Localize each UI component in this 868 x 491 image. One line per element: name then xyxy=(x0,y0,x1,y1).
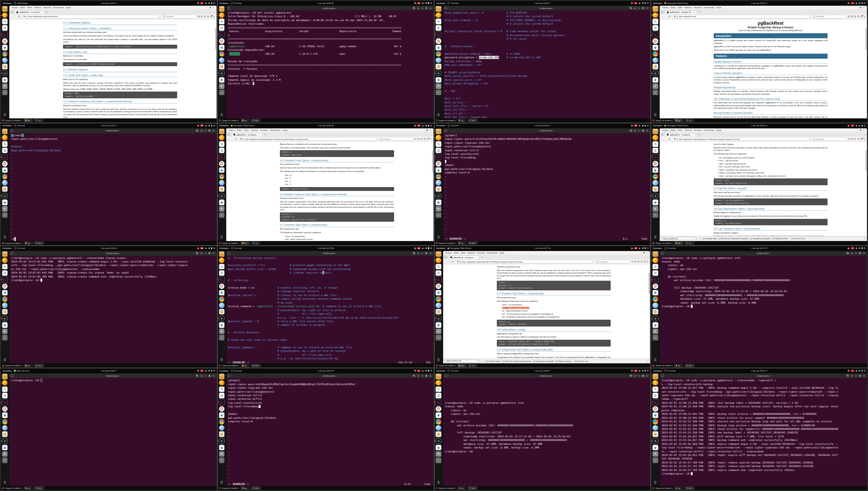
text-editor-icon[interactable]: ✎ xyxy=(2,264,8,270)
network-icon[interactable] xyxy=(205,247,207,249)
clock-label[interactable]: 1 de mar 14:50 xyxy=(101,370,117,372)
menu-item[interactable]: Arquivo xyxy=(662,129,669,131)
minimize-button[interactable]: – xyxy=(637,129,641,132)
screencast-icon[interactable] xyxy=(197,370,199,372)
microphone-icon[interactable] xyxy=(862,2,863,4)
close-button[interactable]: × xyxy=(862,252,865,255)
settings-icon[interactable]: ✱ xyxy=(653,83,658,89)
firefox-icon[interactable] xyxy=(436,257,441,263)
maximize-button[interactable] xyxy=(425,252,428,255)
find-next-button[interactable]: ∨ xyxy=(699,237,701,240)
activities-button[interactable]: Atividades xyxy=(653,2,662,4)
maximize-button[interactable] xyxy=(643,252,645,254)
forward-button[interactable]: → xyxy=(665,138,667,140)
doc-section-link[interactable]: 4.7 Compress Type Option (--compress-typ… xyxy=(497,292,611,295)
doc-section-link[interactable]: 4.9 Config Include Path Option (--config… xyxy=(497,348,611,352)
menu-icon[interactable]: ≡ xyxy=(634,374,637,377)
taskbar-window-button[interactable]: roo... xyxy=(34,364,44,367)
files-icon[interactable] xyxy=(653,374,658,379)
doc-section-link[interactable]: Local or Remote Operation xyxy=(714,72,828,75)
new-tab-icon[interactable] xyxy=(661,374,664,377)
volume-icon[interactable] xyxy=(425,370,427,372)
camera-icon[interactable]: ● xyxy=(2,90,8,95)
libreoffice-icon[interactable]: ≣ xyxy=(436,25,441,31)
close-button[interactable]: × xyxy=(862,374,865,377)
minimize-button[interactable]: – xyxy=(207,6,208,9)
gnome-web-icon[interactable] xyxy=(436,180,441,186)
opera-icon[interactable]: O xyxy=(2,284,8,289)
focused-app-menu[interactable]: Terminal xyxy=(664,247,675,250)
taskbar-window-button[interactable]: roo... xyxy=(468,119,477,122)
terminal-content[interactable]: [root@postgres ~]# xyxy=(9,378,217,486)
files-icon[interactable] xyxy=(653,129,658,134)
taskbar-window-button[interactable]: pg... xyxy=(241,364,250,367)
obs-icon[interactable]: ◕ xyxy=(2,193,8,199)
sync-icon[interactable] xyxy=(198,15,199,17)
app-grid-icon[interactable]: ⠿ xyxy=(219,235,225,240)
volume-icon[interactable] xyxy=(642,370,644,372)
url-bar[interactable]: https://pgbackrest.org/configuration.htm… xyxy=(672,137,810,141)
opera-icon[interactable]: O xyxy=(436,406,441,412)
menu-icon[interactable]: ≡ xyxy=(417,6,420,10)
settings-icon[interactable]: ✱ xyxy=(219,329,225,334)
menu-item[interactable]: Ajuda xyxy=(716,6,721,9)
text-editor-icon[interactable]: ✎ xyxy=(219,141,225,147)
libreoffice-icon[interactable]: ≣ xyxy=(653,148,658,153)
taskbar-window-button[interactable]: pg... xyxy=(24,486,33,490)
doc-section-link[interactable]: 5.4 Log Path Option (--log-path) xyxy=(714,187,828,190)
menu-item[interactable]: Favoritos xyxy=(694,129,702,131)
taskbar-window-button[interactable]: roo... xyxy=(468,241,477,245)
record-indicator[interactable] xyxy=(417,247,421,249)
gnome-web-icon[interactable] xyxy=(219,425,225,431)
chrome-icon[interactable] xyxy=(653,51,658,57)
libreoffice-icon[interactable]: ≣ xyxy=(2,25,8,31)
settings-icon[interactable]: ✱ xyxy=(653,206,658,212)
text-editor-icon[interactable]: ✎ xyxy=(219,264,225,270)
doc-section-link[interactable]: 4.6 Network Compress Level Option (--com… xyxy=(280,193,394,196)
files-icon[interactable] xyxy=(219,374,225,379)
opera-icon[interactable]: O xyxy=(2,161,8,167)
taskbar-window-button[interactable]: roo... xyxy=(251,364,261,367)
minimize-button[interactable]: – xyxy=(854,374,858,377)
vmware-icon[interactable]: ▦ xyxy=(219,309,225,315)
text-editor-icon[interactable]: ✎ xyxy=(653,264,658,270)
microphone-icon[interactable] xyxy=(211,370,212,372)
volume-icon[interactable] xyxy=(208,125,210,127)
menu-item[interactable]: Exibir xyxy=(678,129,682,131)
microphone-icon[interactable] xyxy=(645,247,646,249)
workspace-switcher-icon[interactable] xyxy=(2,365,4,367)
site-nav-links[interactable]: [User Guides] [Releases] [Configuration]… xyxy=(714,29,828,31)
screencast-icon[interactable] xyxy=(197,125,199,127)
settings-icon[interactable]: ✱ xyxy=(2,329,8,334)
app-grid-icon[interactable]: ⠿ xyxy=(436,480,441,486)
firefox-icon[interactable] xyxy=(2,380,8,386)
microphone-icon[interactable] xyxy=(645,125,646,127)
chrome-icon[interactable] xyxy=(653,174,658,180)
menu-item[interactable]: Exibir xyxy=(27,6,32,9)
taskbar-window-button[interactable]: pg... xyxy=(457,486,466,490)
workspace-switcher-icon[interactable] xyxy=(653,119,654,121)
microphone-icon[interactable] xyxy=(211,247,212,249)
virtualbox-2-icon[interactable]: ◈ xyxy=(2,445,8,451)
tab-dropdown-icon[interactable]: ⌄ xyxy=(214,11,215,13)
tab-dropdown-icon[interactable]: ⌄ xyxy=(430,133,432,136)
search-icon[interactable] xyxy=(413,252,416,255)
match-accents-checkbox[interactable]: Considerar acentuação xyxy=(533,360,554,362)
menu-item[interactable]: Editar xyxy=(237,129,242,131)
record-indicator[interactable] xyxy=(200,247,204,249)
chrome-icon[interactable] xyxy=(653,419,658,424)
find-close-button[interactable]: × xyxy=(647,360,648,362)
tab-list-icon[interactable] xyxy=(661,133,663,136)
power-icon[interactable] xyxy=(430,247,432,249)
screencast-icon[interactable] xyxy=(197,2,199,4)
doc-section-link[interactable]: Parallel Backup & Restore xyxy=(714,60,828,64)
screencast-icon[interactable] xyxy=(414,2,416,4)
terminal-content[interactable]: [root@postgres ~]# sudo -u postgres pgba… xyxy=(9,256,217,364)
firefox-icon[interactable] xyxy=(653,257,658,263)
camera-icon[interactable]: ● xyxy=(653,457,658,463)
opera-icon[interactable]: O xyxy=(653,161,658,167)
focused-app-menu[interactable]: Terminal xyxy=(14,124,25,127)
tab-list-icon[interactable] xyxy=(445,256,447,258)
camera-icon[interactable]: ● xyxy=(436,335,441,340)
maximize-button[interactable] xyxy=(425,6,428,10)
